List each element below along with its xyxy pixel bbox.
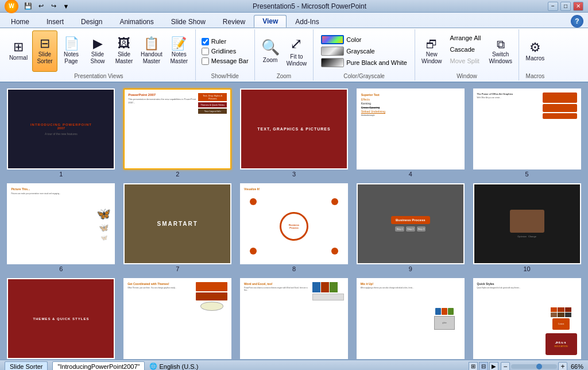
slide-thumb-12[interactable]: Get Coordinated with Themes! Office Them… bbox=[122, 278, 233, 360]
new-window-label: NewWindow bbox=[421, 51, 442, 65]
slide-inner-2: PowerPoint 2007 This presentation demons… bbox=[123, 88, 231, 169]
tab-insert[interactable]: Insert bbox=[38, 15, 72, 28]
message-bar-checkbox[interactable] bbox=[202, 57, 209, 65]
ribbon-group-show-hide: Ruler Gridlines Message Bar Show/Hide bbox=[196, 29, 255, 80]
slide-thumb-3[interactable]: TEXT, GRAPHICS & PICTURES 3 bbox=[239, 88, 350, 178]
slide-thumb-6[interactable]: Picture This... Pictures can make your p… bbox=[6, 183, 117, 272]
normal-label: Normal bbox=[9, 55, 28, 61]
normal-button[interactable]: ⊞ Normal bbox=[6, 30, 31, 72]
grayscale-label: Grayscale bbox=[346, 48, 375, 55]
slide-inner-5: The Power of Office Art Graphics With Of… bbox=[473, 88, 581, 169]
slide-inner-1: INTRODUCING POWERPOINT 2007 A tour of th… bbox=[7, 88, 115, 169]
handout-master-button[interactable]: 📋 HandoutMaster bbox=[138, 30, 165, 72]
tab-addins[interactable]: Add-Ins bbox=[287, 15, 327, 28]
slide-thumb-8[interactable]: Visualize It! BusinessProcess bbox=[239, 183, 350, 272]
tab-review[interactable]: Review bbox=[214, 15, 254, 28]
slide-thumb-10[interactable]: Optimize Change 10 bbox=[471, 183, 582, 272]
arrange-all-label: Arrange All bbox=[450, 34, 481, 41]
switch-windows-icon: ⧉ bbox=[497, 37, 505, 51]
slide-thumb-14[interactable]: Mix it Up! When applying a theme you can… bbox=[355, 278, 466, 360]
notes-master-label: NotesMaster bbox=[171, 51, 188, 65]
slide-sorter-area[interactable]: INTRODUCING POWERPOINT 2007 A tour of th… bbox=[0, 83, 588, 360]
title-bar-left: W 💾 ↩ ↪ ▼ bbox=[5, 0, 71, 13]
gridlines-checkbox-item[interactable]: Gridlines bbox=[202, 48, 249, 55]
ribbon-group-presentation-views: ⊞ Normal ⊟ SlideSorter 📄 NotesPage ▶ Sli… bbox=[2, 29, 196, 80]
new-window-button[interactable]: 🗗 NewWindow bbox=[419, 30, 445, 72]
switch-windows-button[interactable]: ⧉ SwitchWindows bbox=[486, 30, 515, 72]
slide-num-4: 4 bbox=[409, 171, 412, 178]
slide-thumb-1[interactable]: INTRODUCING POWERPOINT 2007 A tour of th… bbox=[6, 88, 117, 178]
zoom-in-button[interactable]: + bbox=[558, 362, 567, 371]
arrange-all-button[interactable]: Arrange All bbox=[447, 33, 484, 43]
notes-page-button[interactable]: 📄 NotesPage bbox=[59, 30, 84, 72]
tab-home[interactable]: Home bbox=[2, 15, 38, 28]
title-bar: W 💾 ↩ ↪ ▼ Presentation5 - Microsoft Powe… bbox=[0, 0, 588, 13]
slide-inner-14: Mix it Up! When applying a theme you can… bbox=[357, 278, 465, 359]
slide-sorter-tab[interactable]: Slide Sorter bbox=[5, 361, 48, 370]
undo-button[interactable]: ↩ bbox=[36, 1, 46, 11]
bw-option[interactable]: Pure Black and White bbox=[319, 57, 409, 68]
redo-button[interactable]: ↪ bbox=[48, 1, 59, 11]
macros-group-label: Macros bbox=[526, 72, 545, 79]
slide-sorter-view-button[interactable]: ⊟ bbox=[479, 362, 488, 371]
slide-inner-11: THEMES & QUICK STYLES bbox=[7, 278, 115, 359]
maximize-button[interactable]: □ bbox=[560, 2, 571, 11]
zoom-button[interactable]: 🔍 Zoom bbox=[258, 30, 283, 72]
cascade-label: Cascade bbox=[450, 46, 475, 53]
ruler-label: Ruler bbox=[211, 38, 226, 45]
save-button[interactable]: 💾 bbox=[23, 1, 33, 11]
language-label: English (U.S.) bbox=[159, 363, 198, 370]
handout-master-label: HandoutMaster bbox=[141, 51, 163, 65]
slide-thumb-15[interactable]: Quick Styles Quick Styles are designed t… bbox=[471, 278, 582, 360]
intro-ppt-tab[interactable]: "IntroducingPowerPoint2007" bbox=[52, 361, 145, 371]
close-button[interactable]: ✕ bbox=[573, 2, 583, 11]
fit-to-window-button[interactable]: ⤢ Fit toWindow bbox=[284, 30, 310, 72]
minimize-button[interactable]: − bbox=[548, 2, 558, 11]
window-buttons: 🗗 NewWindow Arrange All Cascade Move Spl… bbox=[419, 30, 515, 72]
tab-view[interactable]: View bbox=[254, 15, 287, 28]
message-bar-label: Message Bar bbox=[211, 57, 249, 64]
tab-animations[interactable]: Animations bbox=[111, 15, 162, 28]
gridlines-label: Gridlines bbox=[211, 48, 236, 55]
slide-thumb-2[interactable]: PowerPoint 2007 This presentation demons… bbox=[122, 88, 233, 178]
tab-slideshow[interactable]: Slide Show bbox=[163, 15, 214, 28]
slide-num-9: 9 bbox=[409, 265, 412, 272]
slide-sorter-button[interactable]: ⊟ SlideSorter bbox=[32, 30, 57, 72]
slide-thumb-13[interactable]: Word and Excel, too! PowerPoint now shar… bbox=[239, 278, 350, 360]
message-bar-checkbox-item[interactable]: Message Bar bbox=[202, 57, 249, 65]
macros-button[interactable]: ⚙ Macros bbox=[523, 30, 548, 72]
zoom-out-button[interactable]: − bbox=[501, 362, 510, 371]
slide-sorter-icon: ⊟ bbox=[40, 37, 50, 50]
macros-icon: ⚙ bbox=[529, 40, 541, 55]
fit-to-window-label: Fit toWindow bbox=[287, 53, 307, 67]
tab-design[interactable]: Design bbox=[72, 15, 111, 28]
slide-thumb-5[interactable]: The Power of Office Art Graphics With Of… bbox=[471, 88, 582, 178]
slide-show-button[interactable]: ▶ SlideShow bbox=[85, 30, 110, 72]
help-button[interactable]: ? bbox=[571, 15, 583, 28]
ribbon-group-color: Color Grayscale Pure Black and White Col… bbox=[314, 29, 415, 80]
ruler-checkbox-item[interactable]: Ruler bbox=[202, 38, 249, 45]
notes-page-icon: 📄 bbox=[64, 37, 79, 50]
zoom-slider[interactable] bbox=[511, 364, 557, 369]
slide-thumb-7[interactable]: SMARTART 7 bbox=[122, 183, 233, 272]
move-split-button[interactable]: Move Split bbox=[447, 56, 484, 66]
cascade-button[interactable]: Cascade bbox=[447, 44, 484, 55]
normal-icon: ⊞ bbox=[13, 41, 24, 53]
slide-thumb-4[interactable]: Superior Text Effects Kerning Cross Spac… bbox=[355, 88, 466, 178]
slide-inner-9: Business Process Step 1 Step 2 Step 3 bbox=[357, 183, 465, 264]
color-option[interactable]: Color bbox=[319, 34, 409, 45]
slide-thumb-11[interactable]: THEMES & QUICK STYLES 11 bbox=[6, 278, 117, 360]
slide-thumb-9[interactable]: Business Process Step 1 Step 2 Step 3 9 bbox=[355, 183, 466, 272]
ruler-checkbox[interactable] bbox=[202, 38, 209, 45]
bw-swatch bbox=[321, 58, 344, 67]
status-left: Slide Sorter "IntroducingPowerPoint2007"… bbox=[5, 361, 198, 371]
qa-dropdown-button[interactable]: ▼ bbox=[61, 1, 71, 11]
grayscale-option[interactable]: Grayscale bbox=[319, 46, 409, 56]
switch-windows-label: SwitchWindows bbox=[489, 51, 512, 65]
gridlines-checkbox[interactable] bbox=[202, 48, 209, 55]
slide-master-button[interactable]: 🖼 SlideMaster bbox=[111, 30, 137, 72]
slideshow-view-button[interactable]: ▶ bbox=[489, 362, 498, 371]
normal-view-button[interactable]: ⊞ bbox=[469, 362, 478, 371]
notes-master-button[interactable]: 📝 NotesMaster bbox=[167, 30, 192, 72]
ribbon-group-macros: ⚙ Macros Macros bbox=[519, 29, 551, 80]
